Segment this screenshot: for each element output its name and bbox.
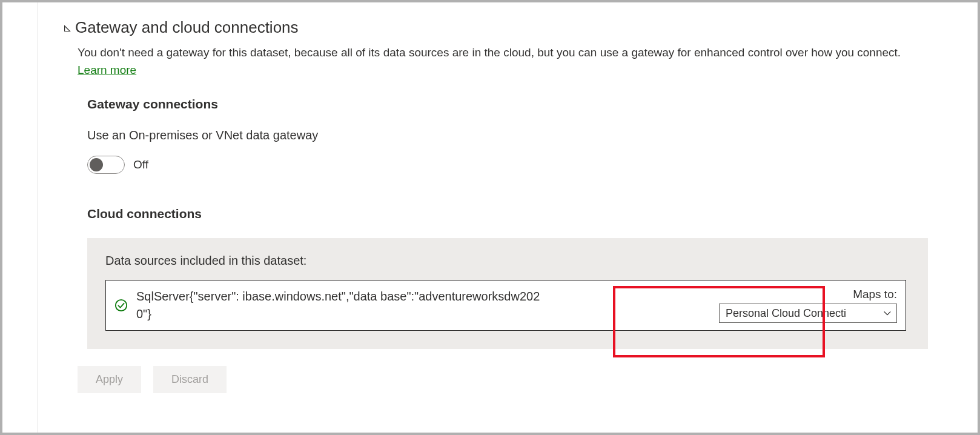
gateway-subsection: Gateway connections Use an On-premises o… xyxy=(87,97,953,349)
gateway-toggle-label: Use an On-premises or VNet data gateway xyxy=(87,128,953,142)
discard-button[interactable]: Discard xyxy=(153,366,227,393)
dropdown-selected-text: Personal Cloud Connecti xyxy=(726,307,883,320)
datasource-row: SqlServer{"server": ibase.windows.net","… xyxy=(105,280,906,331)
apply-button[interactable]: Apply xyxy=(78,366,141,393)
section-header[interactable]: Gateway and cloud connections xyxy=(63,18,953,37)
settings-content: Gateway and cloud connections You don't … xyxy=(2,2,978,405)
section-description: You don't need a gateway for this datase… xyxy=(78,44,925,79)
cloud-connections-panel: Data sources included in this dataset: S… xyxy=(87,238,928,349)
gateway-toggle[interactable] xyxy=(87,156,125,174)
gateway-connections-title: Gateway connections xyxy=(87,97,953,111)
data-sources-label: Data sources included in this dataset: xyxy=(105,254,910,268)
datasource-info: SqlServer{"server": ibase.windows.net","… xyxy=(106,281,557,330)
datasource-mapping: Maps to: Personal Cloud Connecti xyxy=(557,281,906,330)
cloud-connections-title: Cloud connections xyxy=(87,207,953,221)
chevron-down-icon xyxy=(883,309,892,317)
gateway-toggle-row: Off xyxy=(87,156,953,174)
status-ok-icon xyxy=(114,299,128,312)
left-divider xyxy=(38,2,38,433)
datasource-text: SqlServer{"server": ibase.windows.net","… xyxy=(136,288,551,323)
maps-to-dropdown[interactable]: Personal Cloud Connecti xyxy=(719,304,897,323)
learn-more-link[interactable]: Learn more xyxy=(78,64,136,76)
maps-to-label: Maps to: xyxy=(853,288,897,301)
collapse-chevron-icon xyxy=(63,25,71,33)
action-buttons: Apply Discard xyxy=(78,366,953,393)
section-title: Gateway and cloud connections xyxy=(75,18,299,37)
gateway-toggle-state: Off xyxy=(133,158,148,171)
description-text: You don't need a gateway for this datase… xyxy=(78,46,901,59)
svg-point-0 xyxy=(116,300,127,311)
toggle-knob xyxy=(90,158,103,171)
